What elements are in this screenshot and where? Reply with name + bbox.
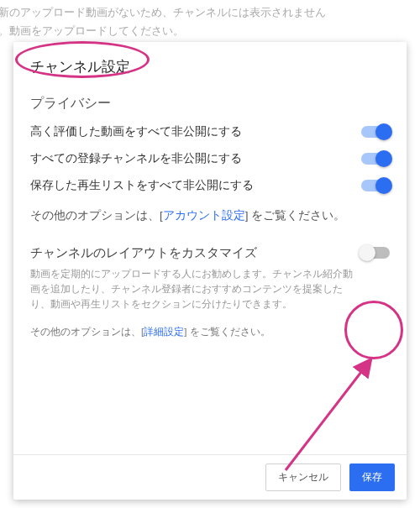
layout-help-text: 動画を定期的にアップロードする人にお勧めします。チャンネル紹介動画を追加したり、… [30,266,390,312]
privacy-row: すべての登録チャンネルを非公開にする [30,151,390,166]
text: ] をご覧ください。 [184,327,270,337]
banner-upload-link: アップロード [42,24,108,37]
dialog-body: チャンネル設定 プライバシー 高く評価した動画をすべて非公開にする すべての登録… [13,42,407,454]
layout-customize-toggle[interactable] [361,247,390,259]
layout-more-options: その他のオプションは、[詳細設定] をご覧ください。 [30,326,390,338]
advanced-settings-link[interactable]: 詳細設定 [144,327,184,337]
text: ] をご覧ください。 [245,209,346,222]
privacy-more-options: その他のオプションは、[アカウント設定] をご覧ください。 [30,205,390,227]
save-button[interactable]: 保存 [349,463,395,491]
banner-line1: 新のアップロード動画がないため、チャンネルには表示されません [0,6,326,18]
channel-settings-dialog: チャンネル設定 プライバシー 高く評価した動画をすべて非公開にする すべての登録… [13,42,407,500]
banner-line2-suffix: してください。 [108,24,184,37]
privacy-toggle-liked[interactable] [361,126,390,138]
cancel-button[interactable]: キャンセル [265,463,341,491]
privacy-row-label: 高く評価した動画をすべて非公開にする [30,124,361,139]
privacy-heading: プライバシー [30,95,390,113]
dialog-title: チャンネル設定 [30,57,390,76]
upload-banner: 新のアップロード動画がないため、チャンネルには表示されません 。動画をアップロー… [0,0,420,45]
privacy-row: 高く評価した動画をすべて非公開にする [30,124,390,139]
privacy-toggle-playlists[interactable] [361,180,390,191]
layout-customize-row: チャンネルのレイアウトをカスタマイズ [30,245,390,261]
layout-heading: チャンネルのレイアウトをカスタマイズ [30,245,257,261]
text: その他のオプションは、[ [30,209,163,222]
privacy-toggle-subs[interactable] [361,153,390,165]
privacy-row: 保存した再生リストをすべて非公開にする [30,178,390,193]
privacy-row-label: 保存した再生リストをすべて非公開にする [30,178,361,193]
dialog-footer: キャンセル 保存 [13,454,407,500]
text: その他のオプションは、[ [30,327,144,337]
account-settings-link[interactable]: アカウント設定 [163,209,245,222]
privacy-row-label: すべての登録チャンネルを非公開にする [30,151,361,166]
banner-line2-prefix: 。動画を [0,24,42,37]
